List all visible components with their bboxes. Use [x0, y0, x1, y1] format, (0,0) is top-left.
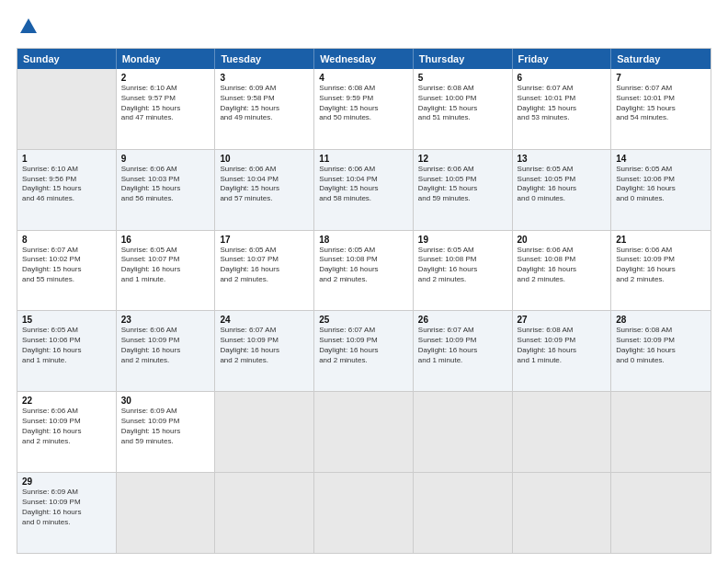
day-info: Sunrise: 6:08 AMSunset: 9:59 PMDaylight:… — [319, 84, 408, 123]
day-cell-9: 9Sunrise: 6:06 AMSunset: 10:03 PMDayligh… — [117, 150, 216, 230]
day-info: Sunrise: 6:08 AMSunset: 10:09 PMDaylight… — [616, 326, 706, 365]
day-cell-3: 3Sunrise: 6:09 AMSunset: 9:58 PMDaylight… — [215, 69, 314, 149]
day-number: 24 — [220, 315, 309, 325]
day-cell-24: 24Sunrise: 6:07 AMSunset: 10:09 PMDaylig… — [215, 311, 314, 391]
day-cell-18: 18Sunrise: 6:05 AMSunset: 10:08 PMDaylig… — [314, 231, 414, 311]
day-info: Sunrise: 6:06 AMSunset: 10:03 PMDaylight… — [121, 165, 210, 204]
day-cell-5: 5Sunrise: 6:08 AMSunset: 10:00 PMDayligh… — [414, 69, 513, 149]
day-number: 1 — [22, 154, 111, 164]
day-cell-4: 4Sunrise: 6:08 AMSunset: 9:59 PMDaylight… — [314, 69, 414, 149]
day-cell-1: 1Sunrise: 6:10 AMSunset: 9:56 PMDaylight… — [17, 150, 117, 230]
day-info: Sunrise: 6:06 AMSunset: 10:09 PMDaylight… — [121, 326, 210, 365]
day-number: 8 — [22, 235, 111, 245]
empty-cell — [611, 473, 711, 553]
empty-cell — [17, 69, 117, 149]
day-cell-22: 22Sunrise: 6:06 AMSunset: 10:09 PMDaylig… — [17, 392, 117, 472]
day-info: Sunrise: 6:09 AMSunset: 10:09 PMDaylight… — [121, 407, 210, 446]
day-info: Sunrise: 6:07 AMSunset: 10:01 PMDaylight… — [518, 84, 607, 123]
header — [17, 17, 711, 39]
day-info: Sunrise: 6:06 AMSunset: 10:04 PMDaylight… — [319, 165, 408, 204]
day-number: 7 — [616, 73, 706, 83]
day-number: 5 — [418, 73, 507, 83]
day-info: Sunrise: 6:10 AMSunset: 9:56 PMDaylight:… — [22, 165, 111, 204]
empty-cell — [414, 392, 513, 472]
header-day-tuesday: Tuesday — [215, 49, 314, 69]
day-number: 6 — [518, 73, 607, 83]
svg-marker-0 — [20, 18, 37, 33]
day-info: Sunrise: 6:06 AMSunset: 10:09 PMDaylight… — [616, 246, 706, 285]
day-number: 9 — [121, 154, 210, 164]
day-info: Sunrise: 6:08 AMSunset: 10:09 PMDaylight… — [518, 326, 607, 365]
empty-cell — [513, 392, 612, 472]
day-number: 11 — [319, 154, 408, 164]
day-info: Sunrise: 6:08 AMSunset: 10:00 PMDaylight… — [418, 84, 507, 123]
empty-cell — [314, 473, 414, 553]
day-info: Sunrise: 6:05 AMSunset: 10:06 PMDaylight… — [22, 326, 111, 365]
day-cell-15: 15Sunrise: 6:05 AMSunset: 10:06 PMDaylig… — [17, 311, 117, 391]
day-info: Sunrise: 6:09 AMSunset: 10:09 PMDaylight… — [22, 488, 111, 527]
day-info: Sunrise: 6:05 AMSunset: 10:05 PMDaylight… — [518, 165, 607, 204]
empty-cell — [215, 392, 314, 472]
day-cell-19: 19Sunrise: 6:05 AMSunset: 10:08 PMDaylig… — [414, 231, 513, 311]
day-cell-25: 25Sunrise: 6:07 AMSunset: 10:09 PMDaylig… — [314, 311, 414, 391]
day-info: Sunrise: 6:06 AMSunset: 10:08 PMDaylight… — [518, 246, 607, 285]
calendar-week-3: 15Sunrise: 6:05 AMSunset: 10:06 PMDaylig… — [17, 311, 711, 392]
day-number: 16 — [121, 235, 210, 245]
day-cell-30: 30Sunrise: 6:09 AMSunset: 10:09 PMDaylig… — [117, 392, 216, 472]
day-number: 3 — [220, 73, 309, 83]
day-cell-26: 26Sunrise: 6:07 AMSunset: 10:09 PMDaylig… — [414, 311, 513, 391]
day-cell-17: 17Sunrise: 6:05 AMSunset: 10:07 PMDaylig… — [215, 231, 314, 311]
calendar-week-5: 29Sunrise: 6:09 AMSunset: 10:09 PMDaylig… — [17, 473, 711, 553]
day-info: Sunrise: 6:07 AMSunset: 10:02 PMDaylight… — [22, 246, 111, 285]
day-cell-27: 27Sunrise: 6:08 AMSunset: 10:09 PMDaylig… — [513, 311, 612, 391]
day-number: 29 — [22, 477, 111, 487]
day-number: 30 — [121, 396, 210, 406]
day-cell-14: 14Sunrise: 6:05 AMSunset: 10:06 PMDaylig… — [611, 150, 711, 230]
calendar-week-1: 1Sunrise: 6:10 AMSunset: 9:56 PMDaylight… — [17, 150, 711, 231]
day-number: 21 — [616, 235, 706, 245]
day-number: 18 — [319, 235, 408, 245]
day-number: 17 — [220, 235, 309, 245]
day-cell-6: 6Sunrise: 6:07 AMSunset: 10:01 PMDayligh… — [513, 69, 612, 149]
day-cell-11: 11Sunrise: 6:06 AMSunset: 10:04 PMDaylig… — [314, 150, 414, 230]
calendar-week-4: 22Sunrise: 6:06 AMSunset: 10:09 PMDaylig… — [17, 392, 711, 473]
day-cell-28: 28Sunrise: 6:08 AMSunset: 10:09 PMDaylig… — [611, 311, 711, 391]
empty-cell — [314, 392, 414, 472]
calendar-body: 2Sunrise: 6:10 AMSunset: 9:57 PMDaylight… — [17, 69, 711, 553]
day-info: Sunrise: 6:05 AMSunset: 10:07 PMDaylight… — [121, 246, 210, 285]
day-number: 27 — [518, 315, 607, 325]
day-number: 22 — [22, 396, 111, 406]
day-info: Sunrise: 6:09 AMSunset: 9:58 PMDaylight:… — [220, 84, 309, 123]
day-number: 12 — [418, 154, 507, 164]
day-info: Sunrise: 6:10 AMSunset: 9:57 PMDaylight:… — [121, 84, 210, 123]
day-number: 23 — [121, 315, 210, 325]
day-cell-8: 8Sunrise: 6:07 AMSunset: 10:02 PMDayligh… — [17, 231, 117, 311]
header-day-monday: Monday — [117, 49, 216, 69]
day-info: Sunrise: 6:05 AMSunset: 10:06 PMDaylight… — [616, 165, 706, 204]
day-number: 15 — [22, 315, 111, 325]
empty-cell — [117, 473, 216, 553]
day-number: 2 — [121, 73, 210, 83]
day-number: 26 — [418, 315, 507, 325]
day-cell-7: 7Sunrise: 6:07 AMSunset: 10:01 PMDayligh… — [611, 69, 711, 149]
day-info: Sunrise: 6:06 AMSunset: 10:09 PMDaylight… — [22, 407, 111, 446]
day-number: 19 — [418, 235, 507, 245]
day-cell-10: 10Sunrise: 6:06 AMSunset: 10:04 PMDaylig… — [215, 150, 314, 230]
logo-icon — [18, 17, 39, 37]
logo — [17, 17, 39, 39]
day-info: Sunrise: 6:07 AMSunset: 10:09 PMDaylight… — [418, 326, 507, 365]
header-day-sunday: Sunday — [17, 49, 117, 69]
day-number: 25 — [319, 315, 408, 325]
day-cell-12: 12Sunrise: 6:06 AMSunset: 10:05 PMDaylig… — [414, 150, 513, 230]
day-info: Sunrise: 6:05 AMSunset: 10:08 PMDaylight… — [319, 246, 408, 285]
day-number: 13 — [518, 154, 607, 164]
day-info: Sunrise: 6:07 AMSunset: 10:09 PMDaylight… — [220, 326, 309, 365]
header-day-wednesday: Wednesday — [314, 49, 414, 69]
page: SundayMondayTuesdayWednesdayThursdayFrid… — [0, 0, 728, 563]
day-info: Sunrise: 6:07 AMSunset: 10:09 PMDaylight… — [319, 326, 408, 365]
day-info: Sunrise: 6:05 AMSunset: 10:07 PMDaylight… — [220, 246, 309, 285]
header-day-saturday: Saturday — [611, 49, 711, 69]
header-day-thursday: Thursday — [414, 49, 513, 69]
calendar: SundayMondayTuesdayWednesdayThursdayFrid… — [17, 48, 711, 554]
day-number: 10 — [220, 154, 309, 164]
